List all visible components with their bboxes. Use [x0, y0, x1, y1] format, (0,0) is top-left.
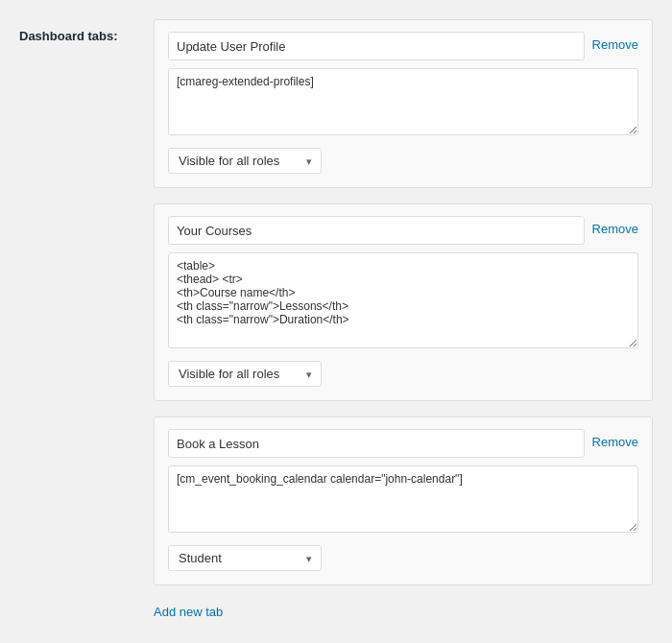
remove-button-1[interactable]: Remove — [592, 32, 638, 52]
tab-content-textarea-3[interactable]: [cm_event_booking_calendar calendar="joh… — [168, 465, 638, 533]
page-wrapper: Dashboard tabs: Remove [cmareg-extended-… — [19, 19, 653, 619]
role-select-2[interactable]: Visible for all roles Student Teacher Ad… — [168, 361, 322, 387]
tab-content-textarea-1[interactable]: [cmareg-extended-profiles] — [168, 68, 638, 135]
tab-card-1: Remove [cmareg-extended-profiles] Visibl… — [154, 19, 653, 188]
tab-title-input-1[interactable] — [168, 32, 585, 60]
tab-card-header-2: Remove — [168, 216, 638, 245]
role-select-wrapper-1: Visible for all roles Student Teacher Ad… — [168, 148, 322, 174]
tab-title-input-2[interactable] — [168, 216, 585, 245]
tabs-content-col: Remove [cmareg-extended-profiles] Visibl… — [154, 19, 653, 619]
remove-button-2[interactable]: Remove — [592, 216, 638, 236]
tab-card-3: Remove [cm_event_booking_calendar calend… — [154, 417, 653, 585]
role-select-3[interactable]: Visible for all roles Student Teacher Ad… — [168, 545, 322, 571]
dashboard-tabs-label: Dashboard tabs: — [19, 19, 134, 619]
role-select-1[interactable]: Visible for all roles Student Teacher Ad… — [168, 148, 322, 174]
remove-button-3[interactable]: Remove — [592, 429, 638, 449]
add-new-tab-link[interactable]: Add new tab — [154, 605, 653, 619]
tab-content-textarea-2[interactable]: <table> <thead> <tr> <th>Course name</th… — [168, 252, 638, 348]
tab-card-2: Remove <table> <thead> <tr> <th>Course n… — [154, 203, 653, 401]
role-select-wrapper-3: Visible for all roles Student Teacher Ad… — [168, 545, 322, 571]
tab-card-header-1: Remove — [168, 32, 638, 60]
tab-title-input-3[interactable] — [168, 429, 585, 458]
tab-card-header-3: Remove — [168, 429, 638, 458]
role-select-wrapper-2: Visible for all roles Student Teacher Ad… — [168, 361, 322, 387]
